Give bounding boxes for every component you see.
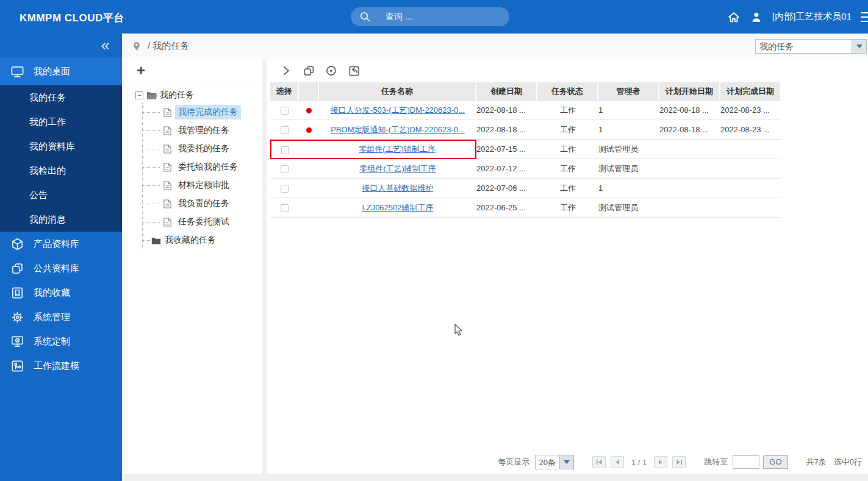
column-header[interactable]: 计划完成日期 — [720, 82, 781, 101]
status-cell: 工作 — [537, 198, 598, 218]
sidebar-subitem[interactable]: 我检出的 — [0, 159, 122, 183]
home-icon[interactable] — [727, 10, 741, 24]
status-cell: 工作 — [537, 159, 598, 179]
go-button[interactable]: GO — [763, 455, 787, 469]
chevron-down-icon[interactable] — [852, 40, 866, 53]
document-icon — [163, 144, 171, 154]
first-page-button[interactable] — [592, 456, 606, 468]
jump-page-input[interactable] — [733, 455, 759, 469]
tree-node[interactable]: 任务委托测试 — [122, 213, 262, 231]
tree-root-node[interactable]: − 我的任务 — [122, 87, 262, 103]
tree-node[interactable]: 我委托的任务 — [122, 140, 262, 158]
plan-start-cell — [659, 159, 720, 179]
sidebar-item[interactable]: 产品资料库 — [0, 232, 122, 256]
tree-node[interactable]: 我负责的任务 — [122, 194, 262, 213]
sidebar-subitem[interactable]: 我的资料库 — [0, 134, 122, 159]
record-icon[interactable] — [325, 64, 338, 77]
task-name-link[interactable]: 接口人分发-503-(工艺)DM-220623-0... — [331, 105, 465, 115]
add-node-button[interactable]: + — [137, 63, 145, 78]
row-checkbox[interactable] — [281, 126, 289, 134]
per-page-select[interactable]: 20条 — [535, 455, 574, 469]
sidebar-item[interactable]: 工作流建模 — [0, 354, 122, 378]
manager-cell: 测试管理员 — [598, 140, 659, 159]
column-header[interactable]: 任务名称 — [319, 82, 476, 101]
created-date-cell: 2022-06-25 ... — [476, 198, 537, 218]
task-name-link[interactable]: 接口人基础数据维护 — [362, 183, 434, 193]
tree-node[interactable]: 我管理的任务 — [122, 121, 262, 140]
row-checkbox[interactable] — [281, 185, 289, 193]
sidebar-item[interactable]: 系统管理 — [0, 305, 122, 329]
tree-node-label: 我负责的任务 — [175, 196, 232, 211]
table-row: 接口人分发-503-(工艺)DM-220623-0...2022-08-18 .… — [270, 101, 781, 120]
sidebar-item[interactable]: 公共资料库 — [0, 256, 122, 280]
sidebar-collapse-icon[interactable]: « — [101, 37, 110, 53]
menu-icon[interactable] — [861, 12, 868, 22]
tree-node-favorites[interactable]: 我收藏的任务 — [122, 231, 262, 249]
table-row: 零组件(工艺)辅制工序2022-07-15 ...工作测试管理员 — [270, 140, 781, 159]
manager-cell: 1 — [598, 179, 659, 198]
task-name-link[interactable]: 零组件(工艺)辅制工序 — [359, 144, 436, 154]
manager-cell: 测试管理员 — [598, 159, 659, 179]
sidebar-subitem[interactable]: 我的工作 — [0, 110, 122, 134]
row-checkbox[interactable] — [281, 204, 289, 212]
per-page-label: 每页显示 — [498, 457, 530, 468]
column-header[interactable]: 计划开始日期 — [659, 82, 720, 101]
sidebar-item[interactable]: 我的收藏 — [0, 280, 122, 305]
chevron-down-icon — [559, 455, 573, 469]
export-icon[interactable] — [347, 64, 360, 77]
column-header[interactable]: 管理者 — [598, 82, 659, 101]
column-header[interactable] — [299, 82, 319, 101]
expand-icon[interactable] — [279, 64, 293, 77]
document-icon — [163, 218, 171, 227]
user-icon[interactable] — [750, 10, 763, 24]
copy-icon[interactable] — [302, 64, 315, 77]
tree-node[interactable]: 我待完成的任务 — [122, 103, 262, 121]
manager-cell: 1 — [598, 120, 659, 140]
folder-icon — [151, 237, 161, 244]
sidebar-item[interactable]: 系统定制 — [0, 329, 122, 354]
alert-dot-icon — [306, 108, 312, 113]
prev-page-button[interactable] — [611, 456, 624, 468]
row-checkbox[interactable] — [281, 107, 289, 115]
row-checkbox[interactable] — [281, 165, 289, 173]
global-search-input[interactable]: 查询 ... — [351, 7, 509, 26]
search-placeholder: 查询 ... — [386, 12, 412, 23]
plan-end-cell — [720, 198, 781, 218]
last-page-button[interactable] — [672, 456, 686, 468]
task-name-link[interactable]: PBOM定版通知-(工艺)DM-220623-0... — [331, 125, 465, 134]
plan-start-cell — [659, 179, 720, 198]
next-page-button[interactable] — [654, 456, 667, 468]
sidebar-subitem[interactable]: 我的任务 — [0, 85, 122, 110]
plan-end-cell: 2022-08-23 ... — [720, 120, 781, 140]
task-name-link[interactable]: 零组件(工艺)辅制工序 — [359, 164, 436, 173]
app-logo: KMMPM CLOUD平台 — [20, 11, 124, 25]
sidebar-subitem[interactable]: 我的消息 — [0, 207, 122, 232]
stack-icon — [10, 262, 24, 276]
monitor-gear-icon — [10, 335, 24, 349]
status-cell: 工作 — [537, 101, 598, 120]
tree-node[interactable]: 委托给我的任务 — [122, 158, 262, 176]
created-date-cell: 2022-08-18 ... — [476, 101, 537, 120]
table-row: PBOM定版通知-(工艺)DM-220623-0...2022-08-18 ..… — [270, 120, 781, 140]
tree-node-label: 材料定额审批 — [175, 178, 232, 193]
per-page-value: 20条 — [536, 455, 559, 469]
row-checkbox[interactable] — [281, 146, 289, 154]
tree-node[interactable]: 材料定额审批 — [122, 176, 262, 194]
context-dropdown[interactable]: 我的任务 — [755, 39, 867, 54]
sidebar-subitem[interactable]: 公告 — [0, 183, 122, 207]
column-header[interactable]: 任务状态 — [537, 82, 598, 101]
pagination-bar: 每页显示 20条 1 / 1 跳转至 GO 共7条 选中0行 — [498, 455, 862, 469]
column-header[interactable]: 创建日期 — [476, 82, 537, 101]
manager-cell: 1 — [598, 101, 659, 120]
open-folder-icon — [146, 91, 157, 99]
context-dropdown-value: 我的任务 — [756, 40, 852, 53]
created-date-cell: 2022-07-12 ... — [476, 159, 537, 179]
document-icon — [163, 199, 171, 208]
task-name-link[interactable]: LZJ062502辅制工序 — [362, 203, 433, 212]
tree-collapse-box[interactable]: − — [135, 91, 143, 99]
column-header[interactable]: 选择 — [270, 82, 299, 101]
search-icon — [359, 11, 371, 23]
sidebar-item-desktop[interactable]: 我的桌面 — [0, 58, 122, 85]
tree-node-label: 我收藏的任务 — [165, 235, 216, 246]
current-user-label[interactable]: [内部]工艺技术员01 — [772, 11, 852, 23]
